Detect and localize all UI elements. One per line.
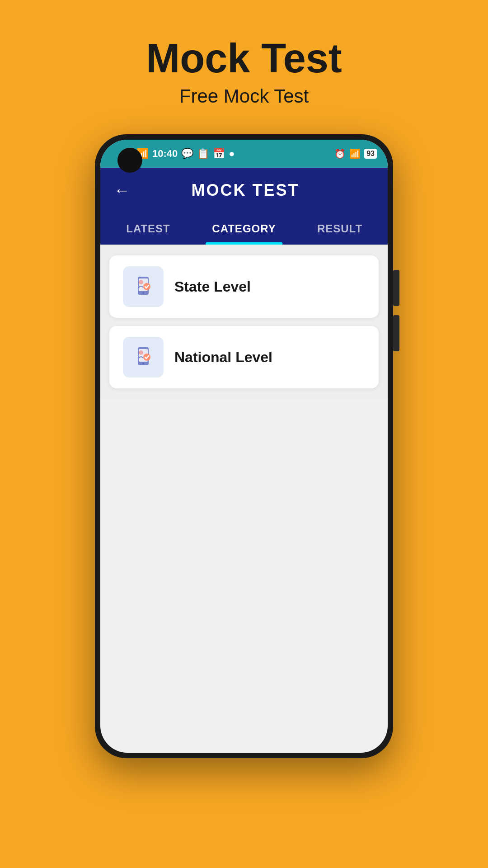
national-level-label: National Level bbox=[174, 349, 272, 366]
clipboard-icon: 📋 bbox=[197, 148, 209, 160]
battery-icon: 93 bbox=[364, 149, 377, 159]
status-time: 10:40 bbox=[152, 148, 178, 160]
category-card-state-level[interactable]: State Level bbox=[109, 255, 379, 318]
status-bar: 📶 10:40 💬 📋 📅 ● ⏰ 📶 93 bbox=[100, 140, 388, 168]
back-arrow-icon: ← bbox=[114, 181, 130, 200]
side-buttons-right bbox=[393, 270, 399, 351]
page-title: Mock Test bbox=[146, 36, 342, 81]
app-bar-title: MOCK TEST bbox=[139, 181, 352, 200]
tab-latest[interactable]: LATEST bbox=[100, 213, 196, 245]
calendar-icon: 📅 bbox=[213, 148, 225, 160]
volume-up-button[interactable] bbox=[393, 270, 399, 306]
page-subtitle: Free Mock Test bbox=[146, 85, 342, 107]
state-level-icon bbox=[130, 273, 157, 300]
national-level-icon-wrapper bbox=[123, 337, 164, 377]
svg-point-7 bbox=[142, 363, 144, 364]
camera-hole bbox=[117, 148, 142, 173]
phone-inner: 📶 10:40 💬 📋 📅 ● ⏰ 📶 93 ← MOCK TEST bbox=[100, 140, 388, 753]
state-level-icon-wrapper bbox=[123, 266, 164, 307]
category-card-national-level[interactable]: National Level bbox=[109, 326, 379, 388]
app-bar: ← MOCK TEST bbox=[100, 168, 388, 213]
back-button[interactable]: ← bbox=[114, 181, 130, 200]
state-level-label: State Level bbox=[174, 278, 251, 295]
svg-point-2 bbox=[142, 292, 144, 294]
whatsapp-icon: 💬 bbox=[181, 148, 193, 160]
svg-point-3 bbox=[139, 280, 143, 284]
svg-point-8 bbox=[139, 350, 143, 355]
message-icon: ● bbox=[229, 148, 235, 160]
tab-result[interactable]: RESULT bbox=[292, 213, 388, 245]
content-area: State Level bbox=[100, 245, 388, 399]
tab-category[interactable]: CATEGORY bbox=[196, 213, 292, 245]
page-header: Mock Test Free Mock Test bbox=[146, 36, 342, 107]
phone-frame: 📶 10:40 💬 📋 📅 ● ⏰ 📶 93 ← MOCK TEST bbox=[95, 134, 393, 758]
wifi-icon: 📶 bbox=[349, 148, 361, 159]
alarm-icon: ⏰ bbox=[334, 148, 346, 159]
national-level-icon bbox=[130, 344, 157, 371]
volume-down-button[interactable] bbox=[393, 315, 399, 351]
tabs-container: LATEST CATEGORY RESULT bbox=[100, 213, 388, 245]
